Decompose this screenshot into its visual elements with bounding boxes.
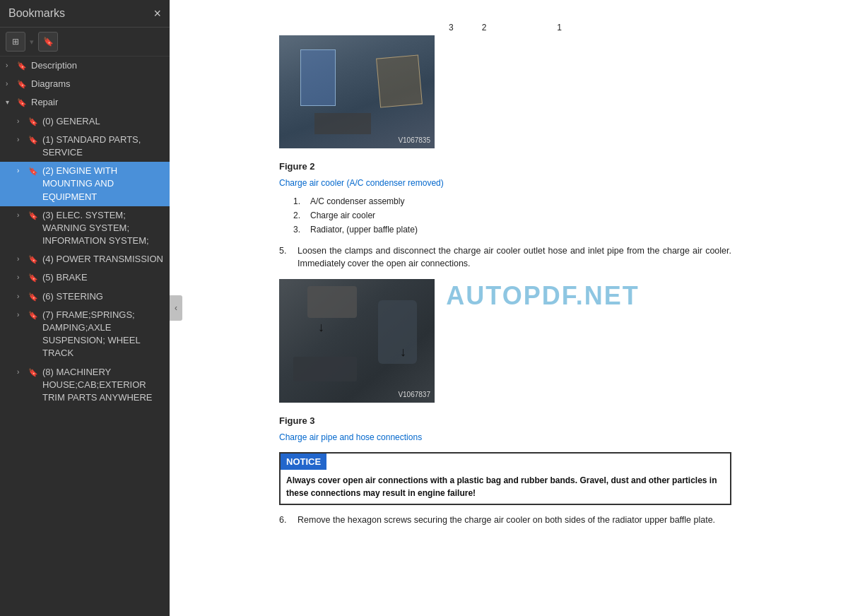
sidebar-item-label: (7) FRAME;SPRINGS; DAMPING;AXLE SUSPENSI… (42, 309, 164, 360)
bookmark-icon: 🔖 (28, 211, 38, 221)
figure2-caption: Figure 2 (279, 160, 731, 174)
step5: 5. Loosen the clamps and disconnect the … (279, 244, 731, 271)
bookmark-icon: 🔖 (28, 117, 38, 127)
chevron-left-icon: ‹ (175, 303, 177, 313)
bookmark-icon: 🔖 (28, 135, 38, 146)
fig2-num1: 1 (557, 21, 562, 34)
sidebar-item-repair[interactable]: ▾🔖Repair (0, 93, 170, 112)
notice-box: NOTICE Always cover open air connections… (279, 452, 731, 506)
figure3-container: ↓ ↓ V1067837 (279, 279, 731, 403)
sidebar-item-diagrams[interactable]: ›🔖Diagrams (0, 75, 170, 93)
sidebar-item-label: Repair (31, 96, 164, 109)
figure3-caption: Figure 3 (279, 414, 731, 428)
sidebar-toolbar: ⊞ ▾ 🔖 (0, 28, 170, 57)
sidebar-item-repair-7[interactable]: ›🔖(7) FRAME;SPRINGS; DAMPING;AXLE SUSPEN… (0, 306, 170, 363)
chevron-right-icon: › (17, 117, 27, 126)
sidebar-header: Bookmarks × (0, 0, 170, 28)
figure2-item2: 2. Charge air cooler (293, 209, 731, 222)
sidebar-item-repair-3[interactable]: ›🔖(3) ELEC. SYSTEM; WARNING SYSTEM; INFO… (0, 206, 170, 251)
chevron-right-icon: › (17, 254, 27, 264)
sidebar-item-description[interactable]: ›🔖Description (0, 57, 170, 75)
notice-text: Always cover open air connections with a… (281, 470, 730, 504)
sidebar-item-label: (2) ENGINE WITH MOUNTING AND EQUIPMENT (42, 165, 164, 203)
chevron-down-icon: ▾ (6, 97, 16, 107)
sidebar-item-label: (0) GENERAL (42, 115, 164, 128)
figure2-container: 3 2 1 V1067835 (279, 21, 731, 148)
sidebar: Bookmarks × ⊞ ▾ 🔖 ›🔖Description›🔖Diagram… (0, 0, 170, 616)
sidebar-item-label: (6) STEERING (42, 290, 164, 303)
bookmark-button[interactable]: 🔖 (38, 32, 58, 52)
sidebar-item-label: (4) POWER TRANSMISSION (42, 253, 164, 266)
figure3-id: V1067837 (398, 389, 430, 400)
collapse-sidebar-button[interactable]: ‹ (170, 295, 182, 321)
step6: 6. Remove the hexagon screws securing th… (279, 514, 731, 527)
notice-header: NOTICE (281, 454, 326, 470)
bookmark-icon: 🔖 (17, 61, 27, 71)
chevron-right-icon: › (6, 79, 16, 89)
chevron-right-icon: › (17, 211, 27, 220)
sidebar-item-repair-4[interactable]: ›🔖(4) POWER TRANSMISSION (0, 250, 170, 268)
figure2-id: V1067835 (398, 135, 430, 146)
sidebar-item-label: (1) STANDARD PARTS, SERVICE (42, 134, 164, 159)
sidebar-item-repair-1[interactable]: ›🔖(1) STANDARD PARTS, SERVICE (0, 131, 170, 162)
main-content[interactable]: AUTOPDF.NET 3 2 1 V1067835 Figure 2 Char… (170, 0, 848, 616)
sidebar-item-repair-2[interactable]: ›🔖(2) ENGINE WITH MOUNTING AND EQUIPMENT (0, 162, 170, 206)
figure2-list: 1. A/C condenser assembly 2. Charge air … (293, 195, 731, 236)
bookmark-icon: 🔖 (28, 310, 38, 321)
figure2-image: V1067835 (279, 35, 435, 148)
bookmark-icon: 🔖 (28, 166, 38, 177)
pdf-content: 3 2 1 V1067835 Figure 2 Charge air coole… (279, 21, 731, 527)
view-icon: ⊞ (12, 37, 19, 47)
bookmark-icon: 🔖 (28, 273, 38, 283)
sidebar-item-label: (5) BRAKE (42, 271, 164, 284)
chevron-right-icon: › (6, 61, 16, 71)
sidebar-item-repair-0[interactable]: ›🔖(0) GENERAL (0, 112, 170, 131)
chevron-right-icon: › (17, 135, 27, 145)
bookmark-icon: 🔖 (17, 97, 27, 108)
bookmark-icon: 🔖 (28, 292, 38, 302)
sidebar-item-label: Description (31, 59, 164, 72)
figure2-item3: 3. Radiator, (upper baffle plate) (293, 223, 731, 236)
sidebar-title: Bookmarks (8, 7, 65, 20)
sidebar-item-label: (3) ELEC. SYSTEM; WARNING SYSTEM; INFORM… (42, 209, 164, 248)
chevron-right-icon: › (17, 166, 27, 176)
chevron-right-icon: › (17, 367, 27, 377)
toolbar-divider: ▾ (30, 37, 34, 47)
figure2-numbers: 3 2 1 (279, 21, 731, 34)
chevron-right-icon: › (17, 292, 27, 302)
sidebar-item-label: (8) MACHINERY HOUSE;CAB;EXTERIOR TRIM PA… (42, 366, 164, 405)
sidebar-item-repair-6[interactable]: ›🔖(6) STEERING (0, 288, 170, 306)
fig2-num3: 3 (449, 21, 454, 34)
figure3-caption-sub: Charge air pipe and hose connections (279, 431, 731, 444)
chevron-right-icon: › (17, 273, 27, 283)
bookmark-icon: 🔖 (43, 37, 54, 47)
figure2-item1: 1. A/C condenser assembly (293, 195, 731, 208)
view-toggle-button[interactable]: ⊞ (6, 32, 25, 52)
sidebar-item-repair-5[interactable]: ›🔖(5) BRAKE (0, 268, 170, 287)
close-button[interactable]: × (153, 7, 161, 20)
fig2-num2: 2 (482, 21, 487, 34)
bookmark-icon: 🔖 (17, 79, 27, 90)
chevron-right-icon: › (17, 310, 27, 320)
sidebar-scroll[interactable]: ›🔖Description›🔖Diagrams▾🔖Repair›🔖(0) GEN… (0, 57, 170, 616)
sidebar-item-label: Diagrams (31, 78, 164, 90)
bookmark-icon: 🔖 (28, 367, 38, 378)
sidebar-item-repair-8[interactable]: ›🔖(8) MACHINERY HOUSE;CAB;EXTERIOR TRIM … (0, 363, 170, 408)
figure2-caption-sub: Charge air cooler (A/C condenser removed… (279, 177, 731, 189)
figure3-image: ↓ ↓ V1067837 (279, 279, 435, 403)
bookmark-icon: 🔖 (28, 254, 38, 265)
